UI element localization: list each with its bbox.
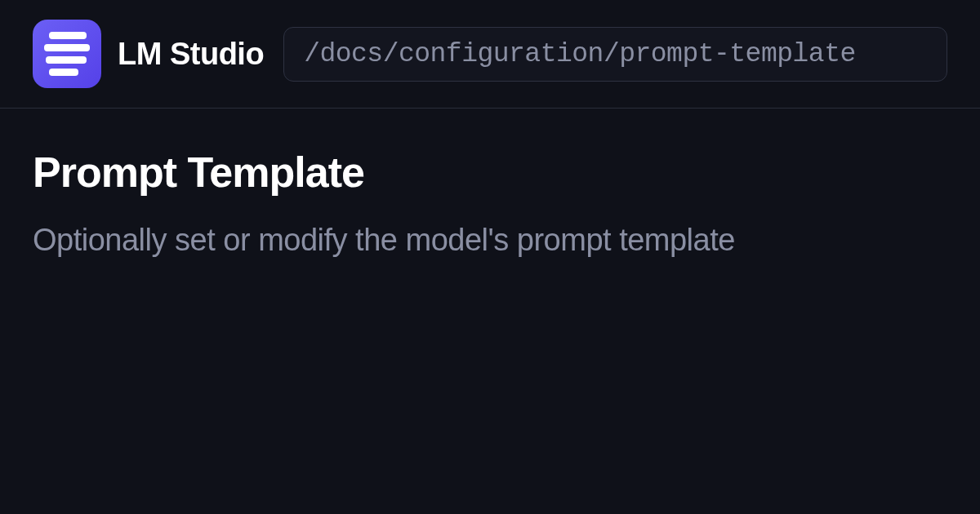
page-description: Optionally set or modify the model's pro… xyxy=(33,219,890,261)
header: LM Studio /docs/configuration/prompt-tem… xyxy=(0,0,980,109)
page-title: Prompt Template xyxy=(33,148,947,197)
doc-path-badge: /docs/configuration/prompt-template xyxy=(283,27,947,82)
content: Prompt Template Optionally set or modify… xyxy=(0,109,980,300)
app-name: LM Studio xyxy=(118,37,264,72)
app-logo-icon xyxy=(33,20,101,88)
logo-block: LM Studio xyxy=(33,20,264,88)
